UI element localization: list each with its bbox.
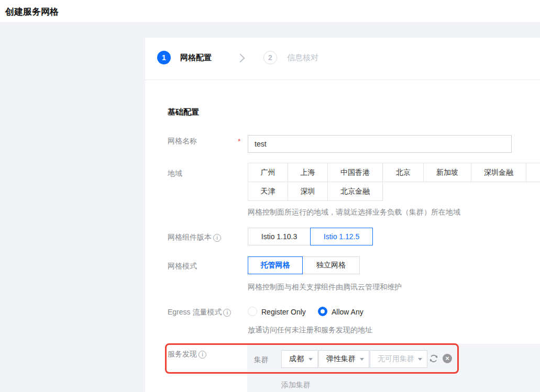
region-label: 地域 (168, 169, 182, 178)
wizard-card: 1 网格配置 2 信息核对 基础配置 网格名称 * 地域 广州 上海 中国香港 … (145, 38, 540, 392)
section-title-basic-config: 基础配置 (168, 107, 199, 117)
page-title: 创建服务网格 (5, 6, 59, 18)
step-1-number: 1 (162, 53, 166, 62)
step-2-label[interactable]: 信息核对 (287, 53, 318, 63)
region-option-beijing[interactable]: 北京 (382, 163, 424, 182)
service-discovery-label-text: 服务发现 (168, 350, 197, 359)
istio-version-info-icon[interactable]: i (213, 234, 221, 242)
chevron-down-icon (308, 358, 313, 361)
service-discovery-info-icon[interactable]: i (199, 351, 206, 359)
cluster-region-dropdown[interactable]: 成都 (281, 350, 318, 368)
step-1-label[interactable]: 网格配置 (180, 53, 212, 63)
remove-cluster-icon[interactable]: × (443, 354, 452, 363)
service-discovery-label: 服务发现i (168, 350, 206, 359)
cluster-label: 集群 (254, 355, 269, 365)
cluster-type-dropdown[interactable]: 弹性集群 (318, 350, 369, 368)
region-option-shenzhen-fsi[interactable]: 深圳金融 (471, 163, 526, 182)
region-row-1: 广州 上海 中国香港 北京 新加坡 深圳金融 (248, 163, 540, 182)
region-helper-text: 网格控制面所运行的地域，请就近选择业务负载（集群）所在地域 (248, 208, 460, 217)
istio-version-option-1-12-5[interactable]: Istio 1.12.5 (310, 228, 373, 245)
create-service-mesh-page: 创建服务网格 1 网格配置 2 信息核对 基础配置 网格名称 * 地域 广州 上… (0, 0, 540, 392)
region-option-shenzhen[interactable]: 深圳 (288, 182, 328, 201)
region-option-singapore[interactable]: 新加坡 (423, 163, 471, 182)
mesh-name-label: 网格名称 (168, 137, 197, 146)
page-header: 创建服务网格 (0, 0, 540, 23)
step-chevron-icon (236, 54, 245, 63)
istio-version-option-1-10-3[interactable]: Istio 1.10.3 (248, 228, 311, 245)
refresh-icon[interactable] (428, 353, 439, 364)
region-option-partial[interactable] (526, 163, 540, 182)
region-option-guangzhou[interactable]: 广州 (248, 163, 288, 182)
add-cluster-button[interactable]: 添加集群 (281, 380, 311, 390)
chevron-down-icon (418, 358, 422, 361)
region-selector: 广州 上海 中国香港 北京 新加坡 深圳金融 天津 深圳 北京金融 (248, 163, 540, 201)
region-option-beijing-fsi[interactable]: 北京金融 (327, 182, 383, 201)
wizard-stepper: 1 网格配置 2 信息核对 (145, 38, 540, 80)
mesh-mode-option-standalone[interactable]: 独立网格 (302, 256, 360, 274)
region-option-hongkong[interactable]: 中国香港 (327, 163, 383, 182)
mesh-mode-helper-text: 网格控制面与相关支撑组件由腾讯云管理和维护 (248, 283, 402, 292)
mesh-name-input[interactable] (248, 135, 512, 153)
egress-radio-allow-any[interactable] (318, 307, 327, 316)
required-asterisk: * (238, 137, 240, 145)
region-option-tianjin[interactable]: 天津 (248, 182, 288, 201)
cluster-region-dropdown-value: 成都 (289, 354, 304, 364)
region-row-2: 天津 深圳 北京金融 (248, 182, 540, 201)
step-2-indicator[interactable]: 2 (263, 51, 277, 64)
region-option-shanghai[interactable]: 上海 (288, 163, 328, 182)
istio-version-label: 网格组件版本i (168, 233, 221, 242)
egress-radio-allow-any-label[interactable]: Allow Any (332, 308, 363, 316)
mesh-mode-option-managed[interactable]: 托管网格 (248, 256, 303, 274)
egress-helper-text: 放通访问任何未注册和服务发现的地址 (248, 326, 372, 335)
egress-radio-register-only[interactable] (248, 307, 257, 316)
istio-version-label-text: 网格组件版本 (168, 233, 212, 242)
chevron-down-icon (360, 358, 364, 361)
egress-radio-register-only-label[interactable]: Register Only (261, 308, 306, 316)
egress-mode-label: Egress 流量模式i (168, 308, 231, 317)
cluster-select-dropdown-value: 无可用集群 (378, 354, 414, 364)
step-2-number: 2 (268, 53, 272, 62)
step-1-indicator[interactable]: 1 (157, 51, 171, 64)
egress-mode-label-text: Egress 流量模式 (168, 308, 222, 317)
cluster-select-dropdown[interactable]: 无可用集群 (370, 350, 427, 368)
egress-mode-info-icon[interactable]: i (223, 309, 231, 317)
cluster-type-dropdown-value: 弹性集群 (326, 354, 356, 364)
mesh-mode-label: 网格模式 (168, 262, 197, 271)
